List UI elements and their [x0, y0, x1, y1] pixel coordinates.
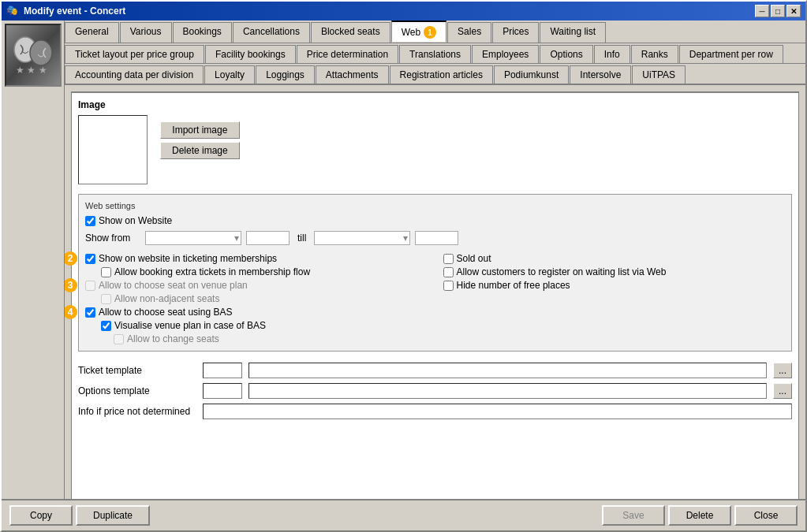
tab-waiting-list[interactable]: Waiting list [540, 22, 606, 43]
tab-price-determination[interactable]: Price determination [297, 45, 398, 63]
tab-loggings[interactable]: Loggings [256, 65, 315, 84]
web-settings: Web settings Show on Website Show from ▾ [78, 194, 792, 352]
show-from-time-input[interactable]: 00 : 00 [246, 231, 290, 245]
info-price-input[interactable] [203, 404, 792, 419]
image-preview [78, 115, 148, 184]
allow-booking-extra-checkbox[interactable] [101, 267, 111, 277]
delete-button[interactable]: Delete [668, 505, 731, 526]
ticketing-memberships-label: Show on website in ticketing memberships [99, 253, 277, 264]
tab-translations[interactable]: Translations [399, 45, 471, 63]
allow-register-waiting-row: Allow customers to register on waiting l… [443, 266, 786, 277]
close-button-footer[interactable]: Close [734, 505, 798, 526]
change-seats-checkbox[interactable] [114, 334, 124, 344]
sold-out-label: Sold out [457, 253, 491, 264]
logo-panel: ★ ★ ★ [2, 20, 65, 499]
choose-seat-checkbox[interactable] [85, 281, 95, 291]
tab-intersolve[interactable]: Intersolve [570, 65, 631, 84]
tab-various[interactable]: Various [120, 22, 172, 43]
svg-text:★ ★ ★: ★ ★ ★ [16, 65, 47, 76]
tab-web[interactable]: Web 1 [391, 20, 446, 43]
options-template-label: Options template [78, 385, 196, 396]
import-image-button[interactable]: Import image [160, 121, 240, 139]
hide-free-places-row: Hide number of free places [443, 280, 786, 291]
image-section: Image Import image Delete image [78, 99, 792, 184]
close-button[interactable]: ✕ [786, 5, 801, 17]
show-on-website-label: Show on Website [99, 215, 172, 226]
till-time-input[interactable]: 00 : 00 [415, 231, 458, 245]
info-price-label: Info if price not determined [78, 406, 196, 417]
save-button[interactable]: Save [602, 505, 665, 526]
tab-cancellations[interactable]: Cancellations [233, 22, 310, 43]
tab-dept-per-row[interactable]: Department per row [679, 45, 783, 63]
web-settings-label: Web settings [85, 201, 785, 210]
options-template-code[interactable] [203, 383, 242, 399]
copy-button[interactable]: Copy [9, 505, 73, 526]
till-date-input[interactable] [316, 233, 403, 244]
tab-general[interactable]: General [65, 22, 119, 43]
tab-accounting[interactable]: Accounting data per division [65, 65, 204, 84]
change-seats-label: Allow to change seats [127, 333, 219, 344]
title-bar-buttons: ─ □ ✕ [755, 5, 801, 17]
svg-point-1 [30, 40, 52, 65]
tab-uitpas[interactable]: UiTPAS [632, 65, 686, 84]
choose-seat-bas-label: Allow to choose seat using BAS [99, 307, 232, 318]
window-title: Modify event - Concert [24, 6, 125, 17]
ticket-template-row: Ticket template ... [78, 363, 792, 378]
tab-prices[interactable]: Prices [492, 22, 539, 43]
tab-row-3: Accounting data per division Loyalty Log… [65, 64, 805, 85]
footer: Copy Duplicate Save Delete Close [2, 499, 805, 530]
tab-options[interactable]: Options [540, 45, 592, 63]
show-on-website-row: Show on Website [85, 215, 785, 226]
tab-row-1: General Various Bookings Cancellations B… [65, 20, 805, 43]
ticket-template-name[interactable] [248, 363, 767, 378]
tab-loyalty[interactable]: Loyalty [204, 65, 255, 84]
show-on-website-checkbox[interactable] [85, 216, 95, 226]
tab-bookings[interactable]: Bookings [173, 22, 232, 43]
image-section-label: Image [78, 99, 792, 110]
tab-ticket-layout[interactable]: Ticket layout per price group [65, 45, 204, 63]
main-window: 🎭 Modify event - Concert ─ □ ✕ ★ ★ ★ [0, 0, 807, 532]
tab-blocked-seats[interactable]: Blocked seats [311, 22, 390, 43]
show-from-date-input[interactable] [148, 233, 234, 244]
hide-free-places-checkbox[interactable] [443, 281, 454, 291]
info-price-row: Info if price not determined [78, 404, 792, 419]
step4-badge: 4 [65, 305, 77, 319]
title-bar: 🎭 Modify event - Concert ─ □ ✕ [2, 2, 805, 20]
tab-employees[interactable]: Employees [472, 45, 539, 63]
duplicate-button[interactable]: Duplicate [76, 505, 150, 526]
options-template-browse-button[interactable]: ... [773, 383, 792, 399]
ticket-template-label: Ticket template [78, 365, 196, 376]
window-icon: 🎭 [6, 5, 19, 17]
minimize-button[interactable]: ─ [755, 5, 769, 17]
allow-register-waiting-checkbox[interactable] [443, 267, 454, 277]
non-adjacent-checkbox[interactable] [101, 294, 111, 304]
options-template-row: Options template ... [78, 383, 792, 399]
content-area: Image Import image Delete image Web sett… [65, 85, 805, 499]
tab-info[interactable]: Info [594, 45, 630, 63]
visualise-venue-checkbox[interactable] [101, 321, 111, 331]
options-template-name[interactable] [248, 383, 767, 399]
allow-booking-extra-label: Allow booking extra tickets in membershi… [114, 266, 310, 277]
restore-button[interactable]: □ [771, 5, 785, 17]
ticket-template-browse-button[interactable]: ... [773, 363, 792, 378]
sold-out-checkbox[interactable] [443, 254, 454, 264]
ticketing-memberships-checkbox[interactable] [85, 254, 95, 264]
templates-section: Ticket template ... Options template ... [78, 363, 792, 419]
delete-image-button[interactable]: Delete image [160, 142, 240, 159]
tab-reg-articles[interactable]: Registration articles [390, 65, 493, 84]
ticket-template-code[interactable] [203, 363, 242, 378]
tab-attachments[interactable]: Attachments [316, 65, 389, 84]
tab-row-2: Ticket layout per price group Facility b… [65, 43, 805, 64]
footer-right: Save Delete Close [602, 505, 798, 526]
choose-seat-bas-checkbox[interactable] [85, 307, 95, 318]
till-dropdown-icon[interactable]: ▾ [403, 233, 408, 244]
tab-sales[interactable]: Sales [447, 22, 491, 43]
show-from-dropdown-icon[interactable]: ▾ [234, 233, 239, 244]
non-adjacent-row: Allow non-adjacent seats [101, 293, 428, 304]
tab-ranks[interactable]: Ranks [631, 45, 678, 63]
step2-badge: 2 [65, 251, 77, 266]
visualise-venue-label: Visualise venue plan in case of BAS [114, 320, 266, 331]
step3-badge: 3 [65, 278, 77, 292]
tab-podiumkunst[interactable]: Podiumkunst [494, 65, 569, 84]
tab-facility-bookings[interactable]: Facility bookings [205, 45, 296, 63]
